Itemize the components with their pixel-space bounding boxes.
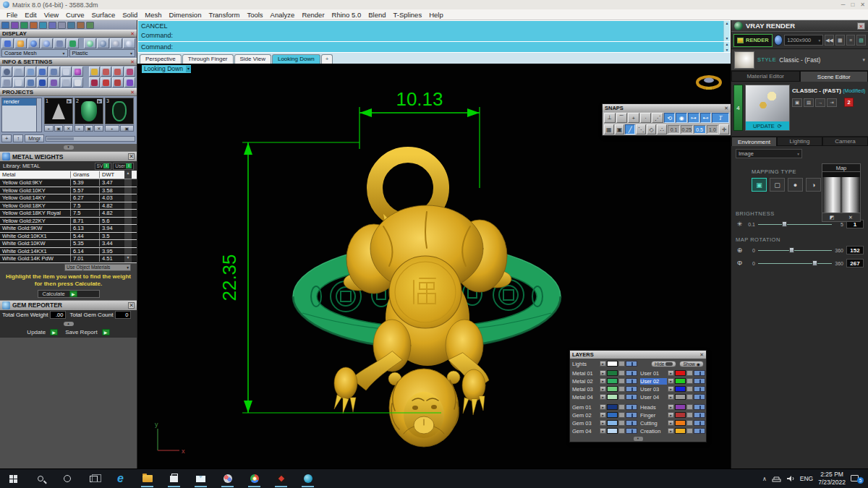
mapping-plane-icon[interactable]: ▣ bbox=[752, 178, 767, 192]
toolbar-icon[interactable] bbox=[48, 22, 56, 29]
display-shaded-button[interactable] bbox=[14, 38, 27, 48]
thumb-save-icon[interactable]: ▣ bbox=[85, 125, 94, 132]
red-app-icon[interactable] bbox=[268, 469, 294, 488]
tab-side-view[interactable]: Side View bbox=[234, 54, 271, 64]
layer-row-selected[interactable]: User 02▸ bbox=[640, 377, 705, 385]
layer-row[interactable]: Metal 01▸ bbox=[572, 369, 637, 377]
menu-dimension[interactable]: Dimension bbox=[166, 11, 205, 19]
material-sphere-3-icon[interactable] bbox=[110, 38, 122, 48]
menu-mesh[interactable]: Mesh bbox=[141, 11, 165, 19]
error-count-badge[interactable]: 2 bbox=[844, 98, 854, 107]
command-history-scrollbar[interactable]: ▲▼ bbox=[723, 21, 730, 41]
project-thumb-2[interactable]: 2▶ +▣✕ bbox=[75, 98, 103, 132]
mapping-sphere-icon[interactable]: ● bbox=[788, 178, 803, 192]
snap-intersection-icon[interactable]: + bbox=[628, 113, 639, 123]
close-icon[interactable]: ✕ bbox=[130, 31, 135, 37]
snaps-title-bar[interactable]: SNAPS✕ bbox=[603, 104, 731, 112]
snap-end-icon[interactable]: ⊶ bbox=[688, 113, 699, 123]
layer-row[interactable]: User 04▸ bbox=[640, 393, 705, 401]
snap-perp-icon[interactable]: ⟂ bbox=[604, 113, 616, 123]
snap-grid-icon[interactable]: ▦ bbox=[604, 124, 614, 134]
snap-center-icon[interactable]: ◉ bbox=[676, 113, 687, 123]
snap-crosshair-icon[interactable]: ✛ bbox=[719, 124, 729, 134]
thumb-delete-button[interactable]: ✕ bbox=[64, 125, 73, 132]
environment-source-dropdown[interactable]: Image▾ bbox=[736, 149, 802, 158]
menu-transform[interactable]: Transform bbox=[205, 11, 243, 19]
menu-curve[interactable]: Curve bbox=[62, 11, 88, 19]
gem-tool-icon[interactable] bbox=[72, 67, 83, 77]
sv-toggle[interactable]: SVI bbox=[95, 163, 112, 170]
chevron-down-icon[interactable]: ▾ bbox=[862, 57, 865, 63]
display-render-button[interactable] bbox=[27, 38, 40, 48]
col-dwt[interactable]: DWT bbox=[100, 171, 124, 178]
snap-line-icon[interactable]: ╱ bbox=[625, 124, 635, 134]
display-wireframe-button[interactable] bbox=[1, 38, 14, 48]
layer-row[interactable]: User 01▸ bbox=[640, 369, 705, 377]
close-icon[interactable]: ✕ bbox=[130, 59, 135, 65]
thumb-delete-button[interactable]: ✕ bbox=[94, 125, 103, 132]
table-row[interactable]: White Gold:10KX15.443.5 bbox=[0, 233, 137, 241]
use-object-materials-dropdown[interactable]: Use Object Materials▾ bbox=[64, 264, 131, 271]
import-icon[interactable]: → bbox=[815, 98, 825, 107]
menu-edit[interactable]: Edit bbox=[21, 11, 40, 19]
settings-gear-icon[interactable] bbox=[1, 67, 12, 77]
thumb-add-button[interactable]: + bbox=[44, 125, 54, 132]
snap-near-icon[interactable]: ⋰ bbox=[652, 113, 663, 123]
cortana-icon[interactable] bbox=[54, 469, 80, 488]
close-icon[interactable]: ✕ bbox=[128, 302, 135, 309]
snap-value-01[interactable]: 0.1 bbox=[668, 125, 680, 134]
thumb-add-button[interactable]: + bbox=[105, 125, 119, 132]
visibility-toggle[interactable] bbox=[626, 361, 637, 367]
menu-rhino[interactable]: Rhino 5.0 bbox=[328, 11, 365, 19]
project-add-button[interactable]: + bbox=[1, 134, 12, 142]
grid-settings-icon[interactable] bbox=[1, 77, 12, 87]
layers-title-bar[interactable]: LAYERS✕ bbox=[570, 351, 706, 359]
display-tech-button[interactable] bbox=[67, 38, 79, 48]
toolbar-icon[interactable] bbox=[11, 22, 19, 29]
close-icon[interactable]: ✕ bbox=[699, 352, 704, 358]
maximize-button[interactable]: □ bbox=[851, 1, 854, 8]
map-color-button[interactable]: ◩ bbox=[822, 213, 841, 221]
layer-row[interactable]: Gem 02▸ bbox=[572, 411, 637, 419]
toolbar-icon[interactable] bbox=[86, 22, 94, 29]
menu-tsplines[interactable]: T-Splines bbox=[390, 11, 426, 19]
filter-icon[interactable] bbox=[48, 77, 59, 87]
gumball-icon[interactable] bbox=[25, 77, 36, 87]
layer-row[interactable]: Metal 04▸ bbox=[572, 393, 637, 401]
display-panel-header[interactable]: DISPLAY ✕ bbox=[0, 30, 137, 38]
layer-row[interactable]: Heads▸ bbox=[640, 403, 705, 411]
col-metal[interactable]: Metal bbox=[0, 171, 71, 178]
export-1-icon[interactable] bbox=[101, 67, 111, 77]
thumb-save-icon[interactable]: ▣ bbox=[120, 125, 135, 132]
clock[interactable]: 2:25 PM 7/23/2022 bbox=[818, 471, 846, 486]
update-button[interactable]: UPDATE⟳ bbox=[746, 121, 789, 130]
ruby-3-icon[interactable] bbox=[112, 77, 123, 87]
display-xray-button[interactable] bbox=[54, 38, 66, 48]
file-explorer-icon[interactable] bbox=[134, 469, 161, 488]
user-toggle[interactable]: UserI bbox=[113, 163, 134, 170]
layer-lights-label[interactable]: Lights bbox=[572, 361, 599, 367]
toolbar-icon[interactable] bbox=[1, 22, 9, 29]
layer-row[interactable]: Creation▸ bbox=[640, 427, 705, 435]
snaps-panel[interactable]: SNAPS✕ ⟂ ⌒ + · ⋰ ⟲ ◉ ⊶ ⊷ T bbox=[602, 103, 731, 136]
rotation2-slider[interactable] bbox=[758, 260, 832, 266]
search-icon[interactable] bbox=[27, 469, 54, 488]
save-report-button[interactable]: Save Report▶ bbox=[65, 329, 109, 335]
show-button[interactable]: Show◉ bbox=[679, 361, 704, 367]
toolbar-icon[interactable] bbox=[20, 22, 28, 29]
map-preview-image[interactable] bbox=[822, 172, 860, 213]
table-row[interactable]: White Gold:9KW6.133.94 bbox=[0, 225, 137, 233]
hide-button[interactable]: Hide bbox=[651, 361, 676, 367]
minimize-button[interactable]: ─ bbox=[841, 1, 846, 8]
calculate-button[interactable]: Calculate▶ bbox=[38, 290, 100, 298]
tab-add-button[interactable]: + bbox=[321, 54, 333, 64]
projects-h-scrollbar[interactable] bbox=[46, 136, 135, 142]
table-scroll-down-icon[interactable]: ▼ bbox=[124, 255, 132, 262]
table-row[interactable]: Yellow Gold:22KY8.715.6 bbox=[0, 218, 137, 226]
lock-icon[interactable] bbox=[618, 361, 625, 367]
plane-icon[interactable] bbox=[13, 77, 24, 87]
tab-perspective[interactable]: Perspective bbox=[140, 54, 182, 64]
vray-header[interactable]: VRAY RENDER ✕ bbox=[731, 20, 868, 32]
layers-panel[interactable]: LAYERS✕ Lights ▸ Hide Show◉ bbox=[569, 350, 707, 442]
snap-text-icon[interactable]: T bbox=[712, 113, 729, 123]
